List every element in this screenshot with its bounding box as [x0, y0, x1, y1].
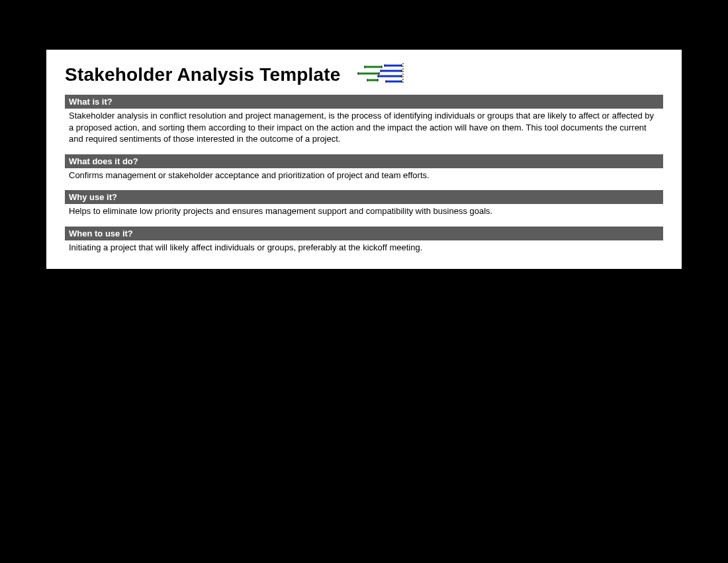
document-page: Stakeholder Analysis Template [46, 50, 682, 269]
title-row: Stakeholder Analysis Template [46, 62, 682, 95]
section-header: What is it? [65, 95, 663, 109]
section-header: Why use it? [65, 190, 663, 204]
chart-logo-icon [351, 62, 406, 88]
section-body: Stakeholder analysis in conflict resolut… [65, 109, 663, 154]
section-body: Initiating a project that will likely af… [65, 240, 663, 259]
section-header: When to use it? [65, 227, 663, 240]
section-header: What does it do? [65, 154, 663, 168]
section-body: Helps to eliminate low priority projects… [65, 204, 663, 227]
sections-container: What is it? Stakeholder analysis in conf… [46, 95, 682, 258]
section-body: Confirms management or stakeholder accep… [65, 168, 663, 191]
page-title: Stakeholder Analysis Template [65, 64, 341, 85]
